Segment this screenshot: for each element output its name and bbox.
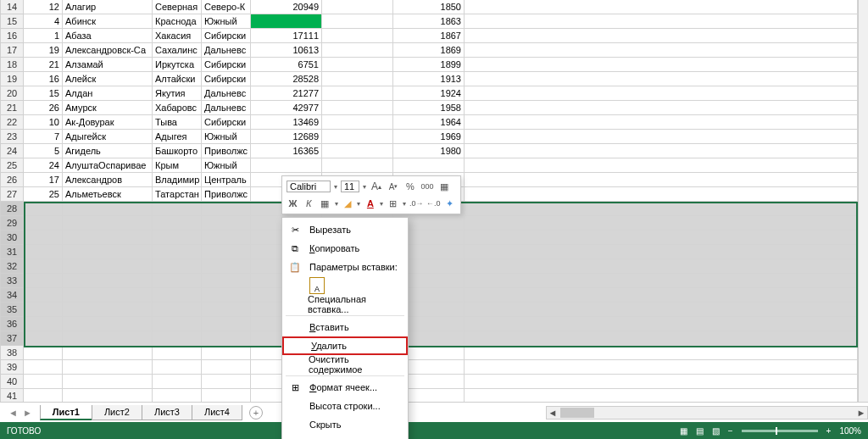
row-header[interactable]: 27 (0, 187, 24, 202)
row-header[interactable]: 37 (0, 331, 24, 346)
cell[interactable]: Башкорто (153, 144, 202, 158)
grid-row[interactable]: 161АбазаХакасияСибирски171111867 (0, 29, 858, 43)
grid-row[interactable]: 37 (0, 331, 858, 346)
cell[interactable] (202, 303, 251, 317)
row-header[interactable]: 22 (0, 115, 24, 130)
font-size-dropdown-icon[interactable]: ▾ (363, 183, 366, 191)
grid-row[interactable]: 2015АлданЯкутияДальневс212771924 (0, 86, 858, 101)
row-header[interactable]: 26 (0, 173, 24, 187)
cell[interactable] (465, 202, 858, 216)
merge-icon[interactable]: ⊞ (387, 197, 399, 210)
row-header[interactable]: 20 (0, 86, 24, 101)
grid-row[interactable]: 154АбинскКраснодаЮжный1863 (0, 14, 858, 29)
cell[interactable] (153, 259, 202, 274)
scroll-right-icon[interactable]: ► (855, 408, 867, 418)
cell[interactable]: 16365 (251, 144, 322, 158)
cell[interactable]: 1863 (393, 14, 465, 29)
cell[interactable] (63, 216, 153, 231)
cell[interactable] (153, 202, 202, 216)
cell[interactable]: Алейск (63, 72, 153, 86)
cell[interactable]: Хабаровс (153, 101, 202, 115)
cell[interactable] (24, 360, 63, 375)
cell[interactable]: 20949 (251, 0, 322, 14)
cell[interactable]: Централь (202, 173, 251, 187)
fill-color-icon[interactable]: ◢ (342, 197, 354, 210)
cell[interactable] (153, 375, 202, 389)
cell[interactable] (322, 43, 393, 58)
cell[interactable] (251, 158, 322, 173)
cell[interactable] (465, 259, 858, 274)
row-header[interactable]: 36 (0, 317, 24, 331)
cell[interactable]: Альметьевск (63, 187, 153, 202)
cell[interactable]: 10613 (251, 43, 322, 58)
chevron-left-icon[interactable]: ◄ (7, 406, 19, 420)
cell[interactable] (322, 14, 393, 29)
cell[interactable]: Сибирски (202, 29, 251, 43)
cell[interactable] (202, 317, 251, 331)
menu-clear-contents[interactable]: Очистить содержимое (282, 355, 408, 374)
font-name-input[interactable] (287, 181, 331, 192)
cell[interactable]: Приволжс (202, 187, 251, 202)
cell[interactable] (465, 231, 858, 245)
cell[interactable]: 21277 (251, 86, 322, 101)
horizontal-scrollbar[interactable]: ◄ ► (546, 406, 868, 420)
cell[interactable]: 12689 (251, 130, 322, 144)
row-header[interactable]: 31 (0, 245, 24, 259)
cell[interactable] (322, 86, 393, 101)
cell[interactable]: 1924 (393, 86, 465, 101)
cell[interactable] (465, 58, 858, 72)
cell[interactable] (465, 187, 858, 202)
cell[interactable] (465, 303, 858, 317)
cell[interactable]: Сибирски (202, 58, 251, 72)
row-header[interactable]: 17 (0, 43, 24, 58)
cell[interactable] (63, 360, 153, 375)
cell[interactable]: АлуштаОспаривае (63, 158, 153, 173)
cell[interactable] (322, 72, 393, 86)
percent-icon[interactable]: % (403, 180, 417, 193)
view-normal-icon[interactable]: ▦ (680, 426, 687, 436)
cell[interactable]: 26 (24, 101, 63, 115)
cell[interactable] (465, 245, 858, 259)
cell[interactable]: 4 (24, 14, 63, 29)
view-page-layout-icon[interactable]: ▤ (696, 426, 704, 436)
cell[interactable] (322, 0, 393, 14)
cell[interactable]: Краснода (153, 14, 202, 29)
cell[interactable]: Владимир (153, 173, 202, 187)
cell[interactable] (24, 245, 63, 259)
cell[interactable] (465, 72, 858, 86)
cell[interactable] (465, 288, 858, 303)
cell[interactable]: 1980 (393, 144, 465, 158)
row-header[interactable]: 19 (0, 72, 24, 86)
cell[interactable]: Южный (202, 158, 251, 173)
sheet-tab[interactable]: Лист4 (192, 405, 242, 420)
cell[interactable] (153, 360, 202, 375)
cell[interactable] (63, 288, 153, 303)
row-header[interactable]: 16 (0, 29, 24, 43)
cell[interactable] (63, 202, 153, 216)
cell[interactable]: 1913 (393, 72, 465, 86)
cell[interactable] (322, 130, 393, 144)
font-color-icon[interactable]: A (364, 197, 376, 210)
italic-button[interactable]: К (303, 197, 315, 210)
cell[interactable] (153, 317, 202, 331)
sheet-tab[interactable]: Лист3 (142, 405, 192, 420)
cell[interactable] (202, 288, 251, 303)
cell[interactable] (465, 346, 858, 360)
cell[interactable]: 13469 (251, 115, 322, 130)
grid-row[interactable]: 1412АлагирСевернаяСеверо-К209491850 (0, 0, 858, 14)
cell[interactable] (202, 202, 251, 216)
cell[interactable]: 17111 (251, 29, 322, 43)
cell[interactable] (153, 346, 202, 360)
grid-row[interactable]: 245АгидельБашкортоПриволжс163651980 (0, 144, 858, 158)
cell[interactable]: Дальневс (202, 86, 251, 101)
grid-row[interactable]: 1719Александровск-СаСахалинсДальневс1061… (0, 43, 858, 58)
cell[interactable]: Якутия (153, 86, 202, 101)
cell[interactable]: 1958 (393, 101, 465, 115)
cell[interactable] (63, 331, 153, 346)
cell[interactable] (202, 274, 251, 288)
cell[interactable] (63, 375, 153, 389)
zoom-level-label[interactable]: 100% (839, 426, 861, 436)
grid-row[interactable]: 2126АмурскХабаровсДальневс429771958 (0, 101, 858, 115)
cell[interactable] (465, 360, 858, 375)
cell[interactable] (322, 158, 393, 173)
